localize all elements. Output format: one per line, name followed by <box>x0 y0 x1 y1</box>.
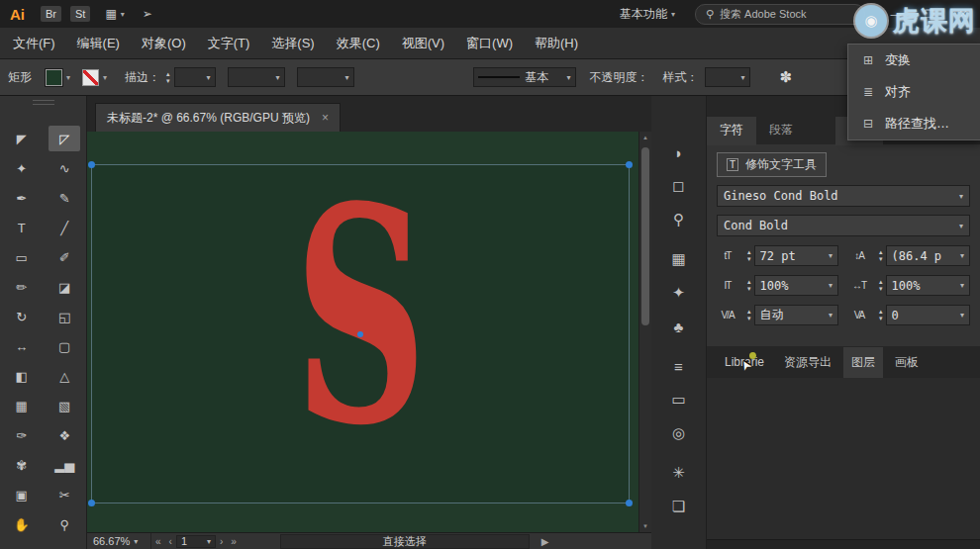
artboards-panel-icon[interactable]: ▭ <box>664 387 694 412</box>
leading-stepper[interactable]: ▴▾ <box>879 249 883 262</box>
scale-tool[interactable]: ◱ <box>49 304 80 329</box>
workspace-switcher[interactable]: 基本功能 ▾ <box>620 6 679 23</box>
zoom-tool[interactable]: ⚲ <box>49 511 80 537</box>
zoom-level-select[interactable]: 66.67% ▾ <box>87 533 151 549</box>
stepper-down-icon[interactable]: ▾ <box>879 286 883 292</box>
kerning-select[interactable]: 自动 ▾ <box>754 305 838 325</box>
font-size-select[interactable]: 72 pt ▾ <box>754 245 838 266</box>
stepper-down-icon[interactable]: ▾ <box>747 316 751 321</box>
mesh-tool[interactable]: ▦ <box>6 393 38 418</box>
type-tool[interactable]: T <box>6 215 38 240</box>
stepper-down-icon[interactable]: ▾ <box>166 78 170 84</box>
status-expand-button[interactable]: ▶ <box>538 536 553 547</box>
stock-button[interactable]: St <box>70 6 90 22</box>
line-segment-tool[interactable]: ╱ <box>49 215 80 240</box>
clubs-panel-icon[interactable]: ♣ <box>664 314 694 339</box>
vertical-scrollbar[interactable]: ▲ ▼ <box>638 132 651 532</box>
leading-select[interactable]: (86.4 p ▾ <box>886 245 970 266</box>
vertical-scale-select[interactable]: 100% ▾ <box>754 275 838 296</box>
gradient-tool[interactable]: ▧ <box>49 393 80 418</box>
menu-item[interactable]: 效果(C) <box>326 35 391 52</box>
stroke-style-select[interactable]: 基本 ▾ <box>473 67 576 87</box>
artboard-tool[interactable]: ▣ <box>6 482 38 507</box>
rotate-tool[interactable]: ↻ <box>6 304 38 329</box>
horizontal-scale-select[interactable]: 100% ▾ <box>886 275 970 296</box>
chevron-down-icon[interactable]: ▾ <box>66 73 70 82</box>
target-panel-icon[interactable]: ◎ <box>664 420 694 446</box>
menu-transform[interactable]: ⊞变换 <box>848 45 980 76</box>
stepper-down-icon[interactable]: ▾ <box>879 256 883 262</box>
panel-tab[interactable]: 段落 <box>756 117 806 145</box>
scroll-down-icon[interactable]: ▼ <box>639 523 651 529</box>
stroke-panel-icon[interactable]: ≡ <box>664 353 694 379</box>
selection-handle[interactable] <box>88 500 95 506</box>
horizontal-scale-stepper[interactable]: ▴▾ <box>879 279 883 292</box>
kerning-stepper[interactable]: ▴▾ <box>747 309 751 321</box>
brush-definition-select[interactable]: ▾ <box>297 67 354 87</box>
bottom-tab[interactable]: 图层 <box>843 347 883 378</box>
stepper-down-icon[interactable]: ▾ <box>747 286 751 292</box>
center-anchor[interactable] <box>357 331 363 337</box>
arrange-documents-icon[interactable]: ▦ <box>105 7 116 21</box>
chevron-down-icon[interactable]: ▾ <box>103 73 107 82</box>
shaper-tool[interactable]: ✏ <box>6 274 38 300</box>
direct-selection-tool[interactable]: ◸ <box>49 126 80 151</box>
document-tab[interactable]: 未标题-2* @ 66.67% (RGB/GPU 预览) × <box>95 103 341 132</box>
stroke-weight-stepper[interactable]: ▴▾ <box>166 71 170 84</box>
fill-color-swatch[interactable] <box>46 69 62 86</box>
status-tool-display[interactable]: 直接选择 <box>280 534 530 549</box>
font-style-select[interactable]: Cond Bold ▾ <box>717 215 970 236</box>
menu-item[interactable]: 编辑(E) <box>66 35 131 52</box>
font-size-stepper[interactable]: ▴▾ <box>747 249 751 262</box>
shape-builder-tool[interactable]: ◧ <box>6 363 38 389</box>
menu-item[interactable]: 视图(V) <box>391 35 455 52</box>
selection-handle[interactable] <box>88 161 95 168</box>
selection-handle[interactable] <box>626 500 633 506</box>
artboard-number-select[interactable]: 1 ▾ <box>176 535 216 548</box>
wand-panel-icon[interactable]: ✦ <box>664 280 694 306</box>
stock-search[interactable]: ⚲ 搜索 Adobe Stock <box>695 4 865 25</box>
stepper-down-icon[interactable]: ▾ <box>747 256 751 262</box>
first-artboard-button[interactable]: « <box>151 536 165 547</box>
graphic-style-select[interactable]: ▾ <box>705 67 750 87</box>
scrollbar-thumb[interactable] <box>641 147 649 325</box>
app-logo[interactable]: Ai <box>10 6 25 23</box>
pattern-panel-icon[interactable]: ▦ <box>664 246 694 272</box>
panel-tab[interactable]: 字符 <box>707 117 756 145</box>
blend-tool[interactable]: ❖ <box>49 422 80 448</box>
tracking-stepper[interactable]: ▴▾ <box>879 309 883 321</box>
perspective-grid-tool[interactable]: △ <box>49 363 80 389</box>
appearance-panel-icon[interactable]: ◗ <box>664 139 694 165</box>
bottom-tab[interactable]: 画板 <box>887 347 927 378</box>
menu-item[interactable]: 文件(F) <box>2 35 66 52</box>
stepper-down-icon[interactable]: ▾ <box>879 316 883 321</box>
font-family-select[interactable]: Gineso Cond Bold ▾ <box>717 185 970 207</box>
stroke-weight-select[interactable]: ▾ <box>174 67 216 87</box>
eyedropper-tool[interactable]: ✑ <box>6 422 38 448</box>
next-artboard-button[interactable]: › <box>216 536 227 547</box>
tracking-select[interactable]: 0 ▾ <box>886 305 970 325</box>
gear-panel-icon[interactable]: ✳ <box>664 460 694 486</box>
symbol-sprayer-tool[interactable]: ✾ <box>6 452 38 478</box>
magic-wand-tool[interactable]: ✦ <box>6 155 38 181</box>
hand-tool[interactable]: ✋ <box>6 511 38 537</box>
selected-rectangle[interactable]: S <box>91 164 630 503</box>
zoom-panel-icon[interactable]: ⚲ <box>664 207 694 232</box>
layers-panel-icon[interactable]: ❏ <box>664 494 694 519</box>
paintbrush-tool[interactable]: ✐ <box>49 244 80 270</box>
selection-tool[interactable]: ◤ <box>6 126 38 151</box>
previous-artboard-button[interactable]: ‹ <box>165 536 176 547</box>
rectangle-tool[interactable]: ▭ <box>6 244 38 270</box>
canvas[interactable]: S <box>87 132 638 532</box>
recolor-artwork-icon[interactable]: ✽ <box>780 68 793 86</box>
touch-type-tool-button[interactable]: T 修饰文字工具 <box>717 152 827 177</box>
share-icon[interactable]: ➢ <box>143 7 152 21</box>
close-icon[interactable]: × <box>322 111 329 125</box>
scroll-up-icon[interactable]: ▲ <box>639 135 651 140</box>
menu-item[interactable]: 文字(T) <box>197 35 261 52</box>
curvature-tool[interactable]: ✎ <box>49 185 80 211</box>
slice-tool[interactable]: ✂ <box>49 482 80 507</box>
selection-handle[interactable] <box>626 161 633 168</box>
pen-tool[interactable]: ✒ <box>6 185 38 211</box>
variable-width-select[interactable]: ▾ <box>228 67 285 87</box>
